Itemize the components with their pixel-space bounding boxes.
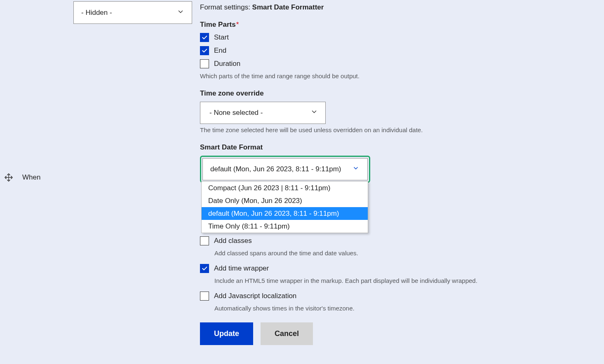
- checkbox-add-js-localization[interactable]: [200, 292, 209, 301]
- tz-override-label: Time zone override: [200, 89, 571, 98]
- checkbox-end[interactable]: [200, 46, 209, 55]
- smart-date-format-select[interactable]: default (Mon, Jun 26 2023, 8:11 - 9:11pm…: [202, 158, 368, 180]
- add-time-wrapper-help: Include an HTML5 time wrapper in the mar…: [214, 277, 571, 284]
- checkbox-duration[interactable]: [200, 59, 209, 68]
- update-button[interactable]: Update: [200, 322, 253, 345]
- checkbox-end-label: End: [214, 47, 226, 55]
- add-classes-label: Add classes: [214, 237, 252, 245]
- checkbox-duration-label: Duration: [214, 60, 240, 68]
- field-label: When: [22, 173, 40, 182]
- cancel-button[interactable]: Cancel: [261, 322, 313, 345]
- sdf-option-date-only[interactable]: Date Only (Mon, Jun 26 2023): [202, 194, 368, 207]
- field-display-value: - Hidden -: [81, 9, 112, 17]
- chevron-down-icon: [353, 165, 359, 174]
- move-icon[interactable]: [4, 173, 13, 182]
- sdf-option-time-only[interactable]: Time Only (8:11 - 9:11pm): [202, 220, 368, 233]
- tz-override-value: - None selected -: [209, 109, 263, 117]
- chevron-down-icon: [177, 8, 184, 17]
- field-display-select[interactable]: - Hidden -: [73, 1, 192, 24]
- checkbox-start[interactable]: [200, 33, 209, 42]
- time-parts-help: Which parts of the time and range range …: [200, 72, 571, 79]
- add-classes-help: Add classed spans around the time and da…: [214, 250, 571, 257]
- sdf-focus-ring: default (Mon, Jun 26 2023, 8:11 - 9:11pm…: [200, 156, 370, 183]
- tz-override-select[interactable]: - None selected -: [200, 102, 326, 124]
- sdf-option-compact[interactable]: Compact (Jun 26 2023 | 8:11 - 9:11pm): [202, 182, 368, 194]
- add-js-label: Add Javascript localization: [214, 292, 296, 300]
- sdf-label: Smart Date Format: [200, 143, 571, 152]
- checkbox-add-classes[interactable]: [200, 236, 209, 245]
- checkbox-add-time-wrapper[interactable]: [200, 264, 209, 273]
- sdf-option-default[interactable]: default (Mon, Jun 26 2023, 8:11 - 9:11pm…: [202, 207, 368, 220]
- checkbox-start-label: Start: [214, 33, 229, 42]
- format-settings-heading: Format settings: Smart Date Formatter: [200, 3, 571, 12]
- chevron-down-icon: [310, 108, 318, 118]
- add-time-wrapper-label: Add time wrapper: [214, 264, 269, 273]
- tz-override-help: The time zone selected here will be used…: [200, 126, 571, 133]
- time-parts-label: Time Parts*: [200, 21, 571, 29]
- field-row: When: [4, 173, 40, 182]
- sdf-selected-value: default (Mon, Jun 26 2023, 8:11 - 9:11pm…: [210, 165, 341, 173]
- sdf-dropdown: Compact (Jun 26 2023 | 8:11 - 9:11pm) Da…: [201, 181, 368, 233]
- add-js-help: Automatically shows times in the visitor…: [214, 305, 571, 312]
